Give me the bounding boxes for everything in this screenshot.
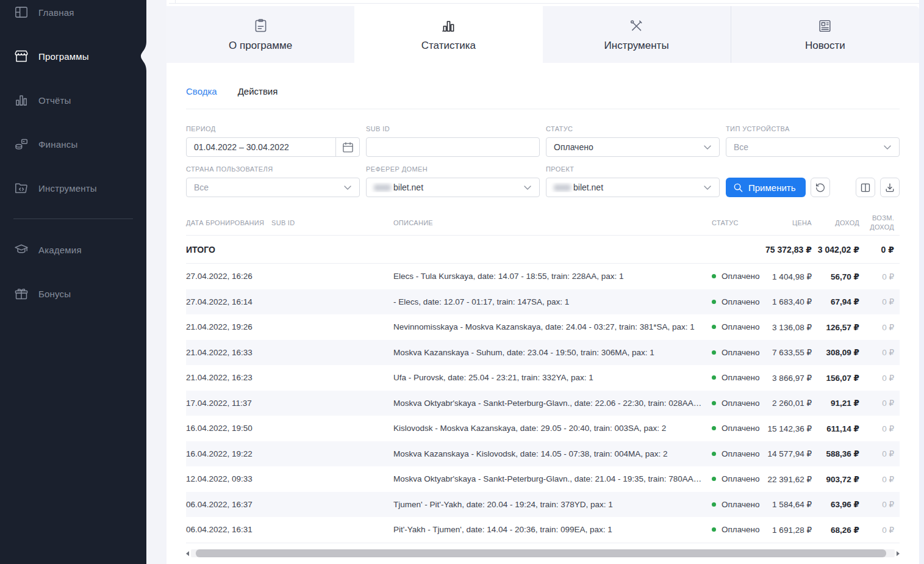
sidebar-item[interactable]: Отчёты [0, 78, 146, 122]
status-dot-icon [712, 502, 716, 507]
booking-date: 16.04.2022, 19:50 [186, 424, 271, 433]
totals-row: ИТОГО 75 372,83 ₽ 3 042,02 ₽ 0 ₽ [186, 236, 900, 264]
booking-price: 3 866,97 ₽ [765, 373, 812, 383]
column-header-income: ДОХОД [812, 219, 859, 228]
user-country-label: СТРАНА ПОЛЬЗОВАТЕЛЯ [186, 165, 360, 173]
apply-button[interactable]: Применить [726, 178, 806, 197]
column-header-status: СТАТУС [712, 219, 765, 228]
referer-domain-select[interactable]: bilet.net [366, 178, 540, 197]
booking-possible-income: 0 ₽ [859, 272, 900, 281]
tab-label: Новости [805, 40, 845, 52]
bookings-table: ДАТА БРОНИРОВАНИЯ SUB ID ОПИСАНИЕ СТАТУС… [186, 211, 900, 543]
booking-possible-income: 0 ₽ [859, 474, 900, 484]
h-scrollbar[interactable] [186, 549, 900, 558]
device-type-label: ТИП УСТРОЙСТВА [726, 125, 900, 133]
booking-status: Оплачено [712, 272, 765, 281]
storefront-icon [13, 48, 29, 64]
referer-domain-value: bilet.net [367, 183, 524, 192]
sidebar-item[interactable]: Программы [0, 34, 146, 78]
sub-tab[interactable]: Сводка [186, 86, 217, 97]
sub-id-input[interactable] [366, 137, 540, 157]
tab-label: Статистика [421, 40, 476, 52]
sidebar-item-label: Бонусы [38, 289, 71, 299]
sub-tab[interactable]: Действия [238, 86, 278, 97]
column-header-description: ОПИСАНИЕ [393, 219, 712, 228]
tab-label: Инструменты [604, 40, 669, 52]
tab-label: О программе [229, 40, 292, 52]
filter-sub-id: SUB ID [366, 125, 540, 157]
project-value: bilet.net [546, 183, 704, 192]
booking-description: Nevinnomisskaya - Moskva Kazanskaya, dat… [393, 322, 712, 331]
calendar-button[interactable] [335, 138, 359, 156]
sidebar-bottom-group: Академия Бонусы [0, 228, 146, 316]
booking-date: 16.04.2022, 19:22 [186, 449, 271, 458]
booking-price: 14 577,94 ₽ [765, 449, 812, 458]
booking-date: 21.04.2022, 16:23 [186, 373, 271, 382]
status-dot-icon [712, 401, 716, 405]
tab[interactable]: Статистика [354, 6, 542, 63]
folder-code-icon [13, 180, 29, 196]
sidebar-item[interactable]: Инструменты [0, 166, 146, 210]
booking-status: Оплачено [712, 297, 765, 306]
booking-possible-income: 0 ₽ [859, 398, 900, 408]
booking-description: - Elecs, date: 12.07 - 01:17, train: 147… [393, 297, 712, 306]
reset-button[interactable] [811, 178, 830, 197]
sidebar-divider [13, 219, 133, 219]
scroll-right-icon[interactable] [897, 551, 900, 556]
sub-id-label: SUB ID [366, 125, 540, 133]
booking-price: 22 391,62 ₽ [765, 474, 812, 484]
masked-text [374, 184, 391, 191]
booking-price: 15 142,36 ₽ [765, 424, 812, 433]
program-tabs: О программе Статистика Инструменты Новос… [167, 6, 919, 63]
table-row: 27.04.2022, 16:26 Elecs - Tula Kurskaya,… [186, 264, 900, 289]
booking-status: Оплачено [712, 500, 765, 509]
booking-income: 611,14 ₽ [812, 424, 859, 433]
sidebar-item[interactable]: Академия [0, 228, 146, 272]
status-dot-icon [712, 477, 716, 481]
booking-income: 56,70 ₽ [812, 272, 859, 281]
left-gutter [146, 0, 167, 564]
user-country-select[interactable]: Все [186, 178, 360, 197]
status-dot-icon [712, 375, 716, 380]
booking-date: 06.04.2022, 16:31 [186, 525, 271, 534]
sidebar-item-label: Отчёты [38, 95, 71, 106]
booking-income: 91,21 ₽ [812, 398, 859, 408]
tab[interactable]: Новости [731, 6, 919, 63]
booking-possible-income: 0 ₽ [859, 449, 900, 458]
tab[interactable]: Инструменты [543, 6, 731, 63]
filter-status: СТАТУС Оплачено [546, 125, 720, 157]
gift-icon [13, 286, 29, 302]
status-label: СТАТУС [546, 125, 720, 133]
columns-button[interactable] [856, 178, 875, 197]
h-scrollbar-thumb[interactable] [196, 549, 886, 557]
device-type-select[interactable]: Все [726, 137, 900, 157]
booking-description: Moskva Oktyabr'skaya - Sankt-Peterburg-G… [393, 474, 712, 483]
reset-icon [815, 182, 826, 193]
status-text: Оплачено [722, 474, 759, 483]
status-text: Оплачено [722, 449, 759, 458]
booking-date: 06.04.2022, 16:37 [186, 500, 271, 509]
tab[interactable]: О программе [167, 6, 354, 63]
column-header-possible-income: ВОЗМ. ДОХОД [859, 214, 900, 232]
scroll-left-icon[interactable] [186, 551, 189, 556]
period-value: 01.04.2022 – 30.04.2022 [187, 142, 335, 152]
status-select[interactable]: Оплачено [546, 137, 720, 157]
period-picker[interactable]: 01.04.2022 – 30.04.2022 [186, 137, 360, 157]
graduation-cap-icon [13, 242, 29, 258]
status-dot-icon [712, 350, 716, 355]
project-select[interactable]: bilet.net [546, 178, 720, 197]
bar-chart-icon [13, 92, 29, 108]
sidebar-item[interactable]: Бонусы [0, 272, 146, 316]
layout-icon [13, 4, 29, 20]
chevron-down-icon [704, 145, 711, 150]
booking-price: 1 404,98 ₽ [765, 272, 812, 281]
h-scrollbar-track[interactable] [191, 549, 895, 557]
status-text: Оплачено [722, 424, 759, 433]
chevron-down-icon [524, 186, 531, 190]
sidebar-item[interactable]: Главная [0, 0, 146, 34]
filter-referer-domain: РЕФЕРЕР ДОМЕН bilet.net [366, 165, 540, 197]
booking-date: 21.04.2022, 19:26 [186, 322, 271, 331]
sidebar-top-group: Главная Программы Отчёты Финансы [0, 0, 146, 210]
download-button[interactable] [880, 178, 900, 197]
sidebar-item[interactable]: Финансы [0, 122, 146, 166]
